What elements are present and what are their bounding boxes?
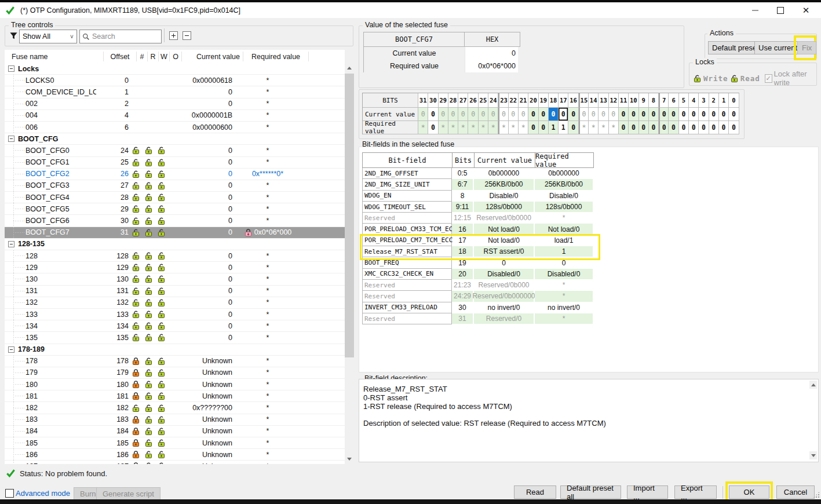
fuse-row-135[interactable]: 1351350* (5, 332, 345, 344)
fuse-row-185[interactable]: 185185Unknown* (5, 437, 345, 449)
bitfield-row-2nd-img-size-unit[interactable]: 2ND_IMG_SIZE_UNIT6:7256KB/0b00256KB/0b00 (362, 179, 594, 190)
lock-after-write-checkbox[interactable]: ✓ (765, 74, 772, 83)
bitfield-current[interactable]: Reserved/0b000 (474, 280, 535, 291)
current-value-cell[interactable]: 0 (465, 47, 518, 60)
fuse-row-131[interactable]: 1311310* (5, 286, 345, 297)
fuse-row-186[interactable]: 186186Unknown* (5, 449, 345, 461)
advanced-mode-label[interactable]: Advanced mode (16, 489, 70, 498)
collapse-group-icon[interactable] (8, 346, 14, 353)
bit-current-14[interactable]: 0 (589, 108, 599, 121)
bit-required-19[interactable]: 0 (539, 121, 549, 134)
bit-required-21[interactable]: * (519, 121, 528, 134)
bit-current-7[interactable]: 0 (659, 108, 669, 121)
fuse-row-183[interactable]: 183183Unknown* (5, 414, 345, 426)
generate-script-button[interactable]: Generate script (96, 487, 160, 501)
fuse-row-178[interactable]: 178178Unknown* (5, 356, 345, 367)
fuse-row-182[interactable]: 1821820x??????00* (5, 402, 345, 414)
fuse-group-row[interactable]: Locks (5, 63, 345, 75)
bitfield-current[interactable]: 0b000000 (474, 168, 535, 179)
fuse-row-187[interactable]: 187187Unknown* (5, 461, 345, 464)
bitfield-col-bit-field[interactable]: Bit-field (362, 152, 452, 168)
bit-current-24[interactable]: 0 (488, 108, 498, 121)
bit-current-4[interactable]: 0 (689, 108, 699, 121)
bit-current-16[interactable]: 0 (568, 108, 578, 121)
fuse-row-boot-cfg5[interactable]: BOOT_CFG5290* (5, 203, 345, 215)
close-button[interactable]: ✕ (793, 2, 819, 18)
bit-current-18[interactable]: 0 (549, 108, 559, 121)
bit-required-12[interactable]: * (609, 121, 619, 134)
column-header-o[interactable]: O (170, 52, 182, 61)
bit-current-28[interactable]: 0 (448, 108, 458, 121)
collapse-all-button[interactable] (183, 31, 191, 40)
bit-current-1[interactable]: 0 (719, 108, 729, 121)
collapse-group-icon[interactable] (8, 65, 14, 72)
bitfield-current[interactable]: Reserved/0 (474, 313, 535, 324)
bit-required-4[interactable]: 0 (689, 121, 699, 134)
fuse-group-row[interactable]: 128-135 (5, 239, 345, 250)
column-header-current-value[interactable]: Current value (182, 52, 243, 61)
column-header--[interactable]: # (137, 52, 148, 61)
fuse-row-184[interactable]: 184184Unknown* (5, 426, 345, 437)
bit-current-20[interactable]: 0 (528, 108, 538, 121)
bit-required-17[interactable]: 1 (559, 121, 568, 134)
use-current-button[interactable]: Use current (754, 41, 801, 54)
fuse-row-180[interactable]: 180180Unknown* (5, 379, 345, 390)
bit-required-31[interactable]: * (418, 121, 428, 134)
bit-current-31[interactable]: 0 (418, 108, 428, 121)
fuse-row-com-device-id-lo-[interactable]: COM_DEVICE_ID_LO...10* (5, 86, 345, 98)
bit-current-27[interactable]: 0 (458, 108, 468, 121)
bit-current-2[interactable]: 0 (709, 108, 719, 121)
fuse-row-boot-cfg2[interactable]: BOOT_CFG22600x******0* (5, 169, 345, 180)
advanced-mode-checkbox[interactable] (5, 489, 14, 498)
scrollbar-thumb[interactable] (345, 74, 354, 357)
bitfield-required[interactable]: Disable/0 (535, 191, 594, 202)
bit-current-29[interactable]: 0 (439, 108, 448, 121)
bit-required-8[interactable]: 0 (649, 121, 659, 134)
bit-current-0[interactable]: 0 (729, 108, 739, 121)
bit-current-25[interactable]: 0 (479, 108, 488, 121)
bit-required-20[interactable]: 0 (528, 121, 538, 134)
fuse-table-scrollbar[interactable] (345, 63, 354, 464)
fuse-row-boot-cfg1[interactable]: BOOT_CFG1250* (5, 157, 345, 169)
bit-required-14[interactable]: * (589, 121, 599, 134)
bit-current-6[interactable]: 0 (669, 108, 678, 121)
bit-current-23[interactable]: 0 (498, 108, 508, 121)
column-header-r[interactable]: R (148, 52, 159, 61)
bitfield-current[interactable]: Not load/0 (474, 224, 535, 235)
bit-required-9[interactable]: 0 (639, 121, 649, 134)
collapse-group-icon[interactable] (8, 136, 14, 142)
bit-current-17[interactable]: 0 (559, 108, 568, 121)
scroll-up-button[interactable] (345, 63, 354, 73)
bitfield-required[interactable]: 0 (535, 257, 594, 268)
fuse-row-boot-cfg7[interactable]: BOOT_CFG73100x0*06*000 (5, 227, 345, 239)
bitfield-current[interactable]: RST assert/0 (474, 246, 535, 257)
bitfield-required[interactable]: no invert/0 (535, 302, 594, 313)
bit-current-15[interactable]: 0 (579, 108, 589, 121)
fuse-row-locks0[interactable]: LOCKS000x00000618* (5, 75, 345, 86)
bit-current-9[interactable]: 0 (639, 108, 649, 121)
fuse-row-132[interactable]: 1321320* (5, 297, 345, 309)
search-input[interactable]: Search (79, 30, 162, 43)
bit-current-11[interactable]: 0 (619, 108, 629, 121)
fuse-row-133[interactable]: 1331330* (5, 309, 345, 320)
maximize-button[interactable] (768, 2, 793, 18)
read-button[interactable]: Read (514, 485, 556, 499)
bit-current-10[interactable]: 0 (629, 108, 638, 121)
bitfield-required[interactable]: * (535, 280, 594, 291)
bitfield-row-xmc-crc32-check-en[interactable]: XMC_CRC32_CHECK_EN20Disabled/0Disabled/0 (362, 269, 594, 280)
required-value-cell[interactable]: 0x0*06*000 (465, 60, 518, 72)
bitfield-row-release-m7-rst-stat[interactable]: Release_M7_RST_STAT18RST assert/01 (362, 246, 594, 257)
bitfield-required[interactable]: * (535, 313, 594, 324)
bitfield-required[interactable]: 0b000000 (535, 168, 594, 179)
bitfield-current[interactable]: no invert/0 (474, 302, 535, 313)
bit-required-27[interactable]: * (458, 121, 468, 134)
bit-required-29[interactable]: * (439, 121, 448, 134)
bit-current-12[interactable]: 0 (609, 108, 619, 121)
bit-required-24[interactable]: * (488, 121, 498, 134)
ok-button[interactable]: OK (729, 485, 769, 499)
bitfield-row-boot-freq[interactable]: BOOT_FREQ1900 (362, 257, 594, 268)
fuse-group-row[interactable]: BOOT_CFG (5, 133, 345, 145)
minimize-button[interactable] (742, 2, 768, 18)
bitfield-col-current-value[interactable]: Current value (474, 152, 535, 168)
bitfield-row-wdog-timeout-sel[interactable]: WDOG_TIMEOUT_SEL9:11128s/0b000128s/0b000 (362, 202, 594, 213)
